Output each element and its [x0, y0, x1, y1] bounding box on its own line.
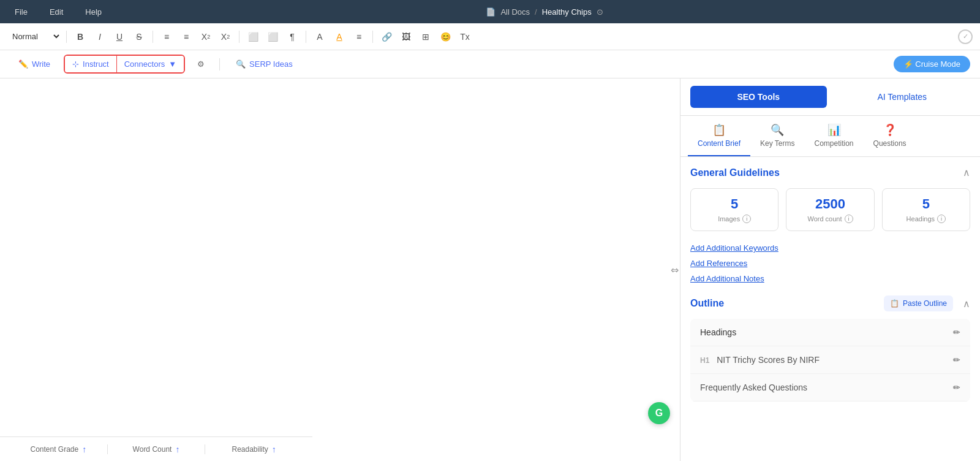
text-align-button[interactable]: ≡ [350, 28, 368, 45]
settings-button[interactable]: ⚙ [190, 56, 212, 72]
connectors-dropdown-icon: ▼ [168, 59, 176, 69]
questions-label: Questions [873, 139, 907, 148]
tab-questions[interactable]: ❓ Questions [864, 116, 916, 156]
panel-content: General Guidelines ∧ 5 Images i 2500 Wor… [680, 157, 980, 461]
strikethrough-button[interactable]: S [130, 28, 148, 45]
toolbar-sep-1 [66, 31, 67, 43]
font-color-button[interactable]: A [311, 28, 328, 45]
word-count-value: 2500 [794, 196, 866, 212]
seo-tools-button[interactable]: SEO Tools [690, 86, 827, 108]
h1-tag: H1 [700, 356, 709, 365]
status-bar: Content Grade ↑ Word Count ↑ Readability… [0, 436, 312, 461]
headings-edit-icon[interactable]: ✏ [953, 327, 960, 337]
content-brief-label: Content Brief [698, 139, 741, 148]
table-button[interactable]: ⊞ [417, 28, 434, 45]
general-guidelines-collapse[interactable]: ∧ [963, 167, 970, 178]
competition-icon: 📊 [827, 123, 841, 137]
grammarly-button[interactable]: G [648, 402, 670, 424]
ai-templates-button[interactable]: AI Templates [834, 86, 971, 108]
menu-edit[interactable]: Edit [45, 5, 68, 19]
serp-label: SERP Ideas [249, 59, 293, 69]
content-grade-status: Content Grade ↑ [10, 444, 108, 454]
resize-handle[interactable]: ⇔ [669, 259, 680, 281]
add-notes-link[interactable]: Add Additional Notes [690, 274, 970, 283]
underline-button[interactable]: U [111, 28, 128, 45]
editor-content[interactable] [0, 78, 680, 461]
text-style-select[interactable]: Normal Heading 1 Heading 2 Heading 3 [7, 30, 61, 43]
action-sep [219, 58, 220, 70]
paste-outline-button[interactable]: 📋 Paste Outline [884, 295, 953, 311]
doc-icon: 📄 [486, 7, 496, 17]
outline-header: Outline 📋 Paste Outline ∧ [690, 295, 970, 311]
outline-title: Outline [690, 298, 724, 309]
panel-tabs: 📋 Content Brief 🔍 Key Terms 📊 Competitio… [680, 116, 980, 157]
breadcrumb-sep: / [535, 7, 537, 17]
serp-button[interactable]: 🔍 SERP Ideas [227, 56, 301, 72]
headings-section-label: Headings [700, 327, 736, 337]
outline-item-h1: H1 NIT Trichy Scores By NIRF ✏ [690, 346, 970, 374]
instruct-button[interactable]: ⊹ Instruct [65, 56, 117, 72]
competition-label: Competition [815, 139, 854, 148]
content-brief-icon: 📋 [712, 123, 726, 137]
subscript-button[interactable]: X2 [197, 28, 214, 45]
write-icon: ✏️ [18, 59, 28, 69]
instruct-icon: ⊹ [72, 59, 79, 69]
serp-icon: 🔍 [236, 59, 246, 69]
check-button[interactable]: ✓ [958, 29, 973, 44]
image-button[interactable]: 🖼 [398, 28, 415, 45]
key-terms-icon: 🔍 [771, 123, 784, 137]
italic-button[interactable]: I [91, 28, 108, 45]
editor-area[interactable]: ⇔ G [0, 78, 680, 461]
general-guidelines-title: General Guidelines [690, 167, 780, 178]
tab-content-brief[interactable]: 📋 Content Brief [688, 116, 750, 156]
images-label: Images i [698, 215, 771, 223]
menu-help[interactable]: Help [80, 5, 107, 19]
readability-label: Readability [232, 445, 268, 454]
highlight-button[interactable]: A [331, 28, 348, 45]
faq-edit-icon[interactable]: ✏ [953, 383, 960, 392]
word-count-info-icon[interactable]: i [845, 215, 853, 223]
menu-file[interactable]: File [10, 5, 32, 19]
instruct-connectors-group: ⊹ Instruct Connectors ▼ [64, 55, 185, 74]
tab-key-terms[interactable]: 🔍 Key Terms [750, 116, 804, 156]
metrics-row: 5 Images i 2500 Word count i 5 [690, 188, 970, 231]
unordered-list-button[interactable]: ≡ [178, 28, 195, 45]
add-keywords-link[interactable]: Add Additional Keywords [690, 243, 970, 253]
word-count-up-arrow[interactable]: ↑ [175, 444, 179, 454]
superscript-button[interactable]: X2 [217, 28, 234, 45]
align-right-button[interactable]: ⬜ [264, 28, 281, 45]
key-terms-label: Key Terms [760, 139, 794, 148]
tab-competition[interactable]: 📊 Competition [805, 116, 864, 156]
emoji-button[interactable]: 😊 [437, 28, 454, 45]
images-info-icon[interactable]: i [742, 215, 751, 223]
write-button[interactable]: ✏️ Write [10, 56, 59, 72]
toolbar-sep-3 [239, 31, 239, 43]
breadcrumb-all-docs[interactable]: All Docs [500, 7, 530, 17]
link-button[interactable]: 🔗 [378, 28, 395, 45]
share-icon[interactable]: ⊙ [597, 7, 603, 17]
toolbar-sep-5 [372, 31, 373, 43]
bold-button[interactable]: B [72, 28, 89, 45]
cruise-mode-button[interactable]: ⚡ Cruise Mode [894, 56, 970, 72]
action-bar: ✏️ Write ⊹ Instruct Connectors ▼ ⚙ 🔍 SER… [0, 50, 980, 78]
settings-icon: ⚙ [197, 59, 205, 69]
connectors-button[interactable]: Connectors ▼ [117, 56, 184, 72]
word-count-metric: 2500 Word count i [786, 188, 874, 231]
headings-section: Headings ✏ H1 NIT Trichy Scores By NIRF … [690, 319, 970, 402]
ordered-list-button[interactable]: ≡ [158, 28, 175, 45]
align-left-button[interactable]: ⬜ [244, 28, 262, 45]
general-guidelines-header: General Guidelines ∧ [690, 167, 970, 178]
outline-collapse[interactable]: ∧ [963, 298, 970, 310]
add-references-link[interactable]: Add References [690, 259, 970, 268]
headings-info-icon[interactable]: i [937, 215, 946, 223]
main-layout: ⇔ G SEO Tools AI Templates 📋 Content Bri… [0, 78, 980, 461]
paragraph-button[interactable]: ¶ [284, 28, 301, 45]
word-count-status: Word Count ↑ [108, 444, 206, 454]
instruct-label: Instruct [83, 59, 109, 69]
clear-format-button[interactable]: Tx [456, 28, 473, 45]
content-grade-up-arrow[interactable]: ↑ [82, 444, 86, 454]
questions-icon: ❓ [883, 123, 897, 137]
cruise-label: ⚡ Cruise Mode [903, 59, 960, 69]
h1-edit-icon[interactable]: ✏ [953, 355, 960, 365]
readability-up-arrow[interactable]: ↑ [272, 444, 276, 454]
